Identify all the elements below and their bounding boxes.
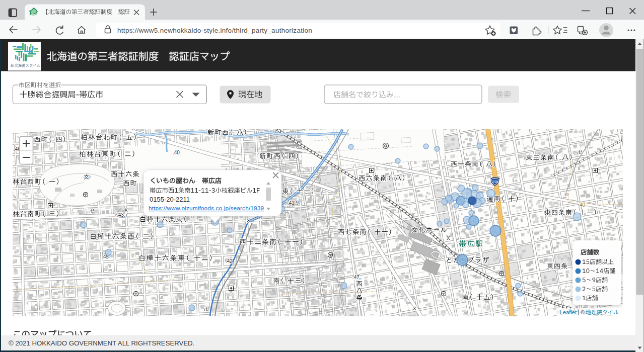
svg-text:©: © <box>581 309 585 315</box>
svg-text:236: 236 <box>492 180 498 184</box>
svg-text:© 2021 HOKKAIDO GOVERNMENT ALL: © 2021 HOKKAIDO GOVERNMENT ALL RIGHTSRES… <box>9 339 194 347</box>
svg-text:40: 40 <box>580 202 586 208</box>
svg-text:https://www.oizumifoods.co.jp/: https://www.oizumifoods.co.jp/search/193… <box>149 205 264 212</box>
svg-text:△43.7: △43.7 <box>114 212 128 218</box>
svg-text:Leaflet: Leaflet <box>560 309 577 315</box>
svg-text:.40: .40 <box>173 150 180 155</box>
svg-text:.47: .47 <box>352 275 360 280</box>
svg-text:|: | <box>578 309 579 315</box>
svg-text:0155-20-2211: 0155-20-2211 <box>150 196 190 203</box>
svg-text:△41.9: △41.9 <box>285 200 299 206</box>
svg-text:.42: .42 <box>226 258 233 264</box>
svg-text:https://www5.newhokkaido-style: https://www5.newhokkaido-style.info/thir… <box>117 27 312 34</box>
